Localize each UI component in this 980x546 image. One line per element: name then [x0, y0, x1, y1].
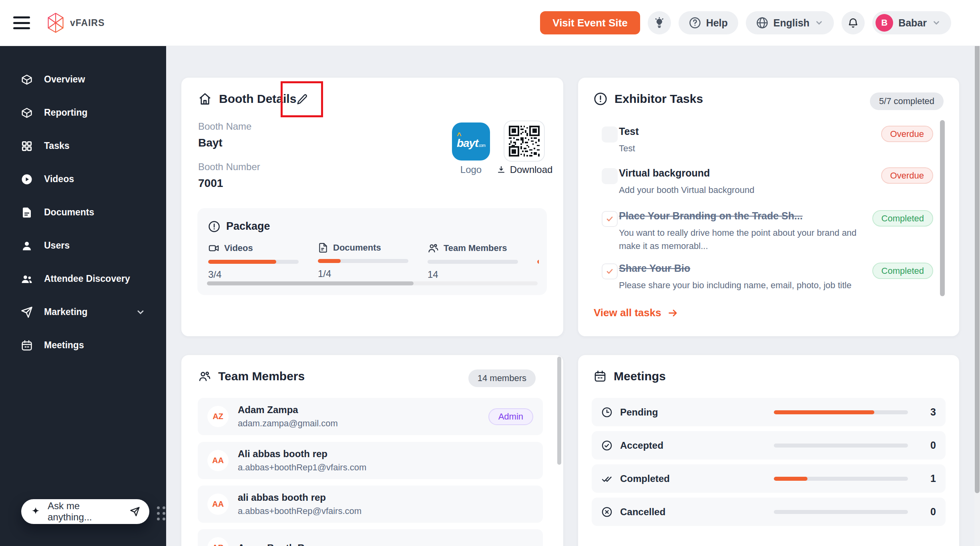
page-scrollbar[interactable] [974, 0, 980, 546]
bayt-caret: ^ [457, 134, 462, 137]
sidebar-item-marketing[interactable]: Marketing [0, 295, 166, 329]
team-member-row: AA ali abbas booth rep a.abbas+boothRep@… [198, 486, 543, 523]
calendar-icon [594, 370, 606, 383]
meetings-title-text: Meetings [614, 369, 666, 383]
user-avatar: B [876, 14, 893, 32]
sidebar-item-users[interactable]: Users [0, 229, 166, 262]
progress-bar [774, 510, 908, 514]
task-row: Test Test Overdue [602, 126, 933, 155]
x-circle-icon [601, 506, 612, 518]
member-avatar: AB [207, 537, 229, 546]
sidebar-item-tasks[interactable]: Tasks [0, 129, 166, 163]
progress-bar [774, 410, 908, 414]
meeting-status-label: Completed [620, 473, 670, 484]
package-columns: Videos 3/4 Documents 1/4 Tea [208, 243, 539, 280]
play-circle-icon [21, 173, 33, 185]
clock-icon [601, 407, 612, 418]
team-scrollbar[interactable] [557, 357, 561, 465]
exhibitor-tasks-card: Exhibitor Tasks 5/7 completed Test Test … [578, 78, 959, 336]
task-checkbox[interactable] [602, 168, 618, 184]
meeting-status-label: Accepted [620, 440, 663, 451]
sidebar-item-label: Documents [44, 207, 94, 218]
package-item-value: 14 [428, 269, 537, 280]
sidebar-item-overview[interactable]: Overview [0, 63, 166, 96]
users-icon [21, 273, 33, 285]
progress-bar [774, 444, 908, 448]
sidebar-item-meetings[interactable]: Meetings [0, 329, 166, 362]
sidebar-item-label: Reporting [44, 107, 88, 118]
meeting-status-label: Cancelled [620, 506, 665, 518]
booth-number-field: Booth Number 7001 [198, 161, 260, 190]
tasks-scrollbar[interactable] [940, 120, 945, 296]
ask-placeholder: Ask me anything... [48, 500, 123, 523]
sidebar-item-attendee-discovery[interactable]: Attendee Discovery [0, 262, 166, 295]
send-icon [21, 306, 33, 318]
booth-logo: ^ bayt.com [452, 122, 490, 161]
drag-handle[interactable] [157, 506, 165, 520]
vfairs-hex-icon [47, 12, 64, 33]
progress-bar [537, 260, 539, 264]
ask-me-anything-input[interactable]: Ask me anything... [21, 499, 149, 524]
alert-circle-icon [208, 221, 220, 233]
header-actions: Visit Event Site Help English [540, 11, 951, 34]
users-icon [428, 243, 439, 254]
booth-details-card: Booth Details Booth Name Bayt Booth Numb… [181, 78, 563, 336]
sidebar-item-label: Meetings [44, 340, 84, 351]
task-description: Please share your bio including name, em… [619, 279, 869, 292]
package-item-team-members: Team Members 14 [428, 243, 537, 280]
sidebar-item-documents[interactable]: Documents [0, 196, 166, 229]
task-checkbox[interactable] [602, 211, 618, 227]
booth-number-value: 7001 [198, 177, 260, 190]
meeting-status-row: Completed 1 [592, 464, 946, 493]
sidebar: Overview Reporting Tasks Videos Document… [0, 46, 166, 546]
view-all-tasks-link[interactable]: View all tasks [594, 307, 679, 319]
task-row: Virtual background Add your booth Virtua… [602, 167, 933, 197]
visit-event-site-button[interactable]: Visit Event Site [540, 11, 640, 34]
tasks-title-text: Exhibitor Tasks [615, 92, 703, 106]
member-email: adam.zampa@gmail.com [238, 418, 338, 429]
member-name: Ali abbas booth rep [238, 448, 366, 460]
task-description: Test [619, 142, 869, 155]
send-icon[interactable] [129, 506, 141, 517]
sidebar-item-label: Attendee Discovery [44, 273, 130, 284]
tips-button[interactable] [648, 11, 671, 34]
page-scrollbar-thumb[interactable] [975, 35, 980, 493]
package-item-label: Videos [224, 243, 253, 253]
sidebar-item-videos[interactable]: Videos [0, 163, 166, 196]
package-horizontal-scrollbar[interactable] [207, 281, 538, 285]
document-icon [21, 207, 33, 219]
language-selector[interactable]: English [746, 11, 834, 34]
vfairs-logo[interactable]: vFAIRS [47, 12, 105, 33]
cube-icon [21, 74, 33, 86]
cube-icon [21, 107, 33, 119]
help-button[interactable]: Help [679, 11, 738, 34]
check-circle-icon [601, 440, 612, 451]
package-item-label: Documents [333, 243, 381, 253]
task-description: You want to really drive home the point … [619, 226, 869, 253]
qr-code-image [509, 126, 540, 157]
booth-name-value: Bayt [198, 136, 251, 149]
meeting-status-row: Pending 3 [592, 398, 946, 426]
package-item-value: 3/4 [208, 269, 318, 280]
notifications-button[interactable] [841, 11, 865, 34]
download-icon [496, 165, 506, 175]
logo-caption: Logo [452, 164, 490, 175]
task-checkbox[interactable] [602, 263, 618, 279]
video-camera-icon [208, 243, 219, 254]
meeting-count: 0 [930, 506, 936, 518]
sidebar-item-reporting[interactable]: Reporting [0, 96, 166, 129]
check-icon [605, 214, 615, 224]
question-circle-icon [689, 17, 701, 29]
user-menu[interactable]: B Babar [872, 11, 951, 34]
member-name: Adam Zampa [238, 404, 338, 416]
booth-name-label: Booth Name [198, 121, 251, 132]
hamburger-menu-icon[interactable] [13, 16, 30, 29]
team-title-text: Team Members [218, 369, 305, 383]
download-qr-button[interactable]: Download [486, 164, 562, 175]
task-title: Place Your Branding on the Trade Sh... [619, 210, 869, 222]
task-status-badge: Overdue [881, 167, 933, 184]
task-checkbox[interactable] [602, 126, 618, 143]
sidebar-item-label: Tasks [44, 141, 70, 151]
bell-icon [847, 17, 859, 29]
package-item-label: Team Members [444, 243, 507, 253]
